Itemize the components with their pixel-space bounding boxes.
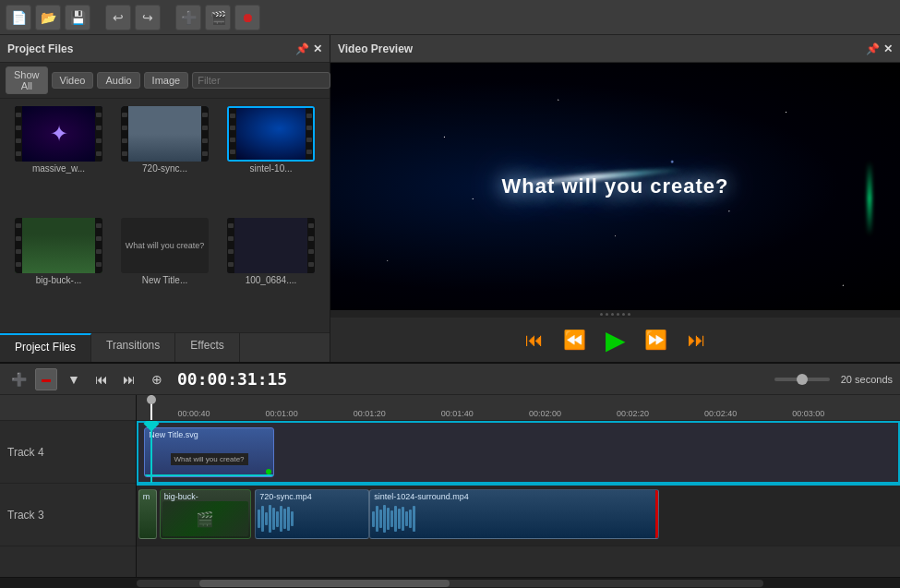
new-button[interactable]: 📄 [6,5,31,30]
file-item-newtitle[interactable]: What will you create? New Title... [114,218,216,326]
clip-title-inner: What will you create? [171,453,248,465]
file-thumb-massive [15,106,102,162]
ruler-time-300: 00:03:00 [792,409,824,418]
track3-top-border [137,484,900,486]
rewind-button[interactable]: ⏪ [560,325,590,354]
playhead-head [147,395,156,404]
file-name-100_0684: 100_0684.... [246,275,297,285]
filter-input[interactable] [192,72,330,89]
file-item-bigbuck[interactable]: big-buck-... [7,218,110,326]
file-name-newtitle: New Title... [142,275,187,285]
preview-icons: 📌 ✕ [866,42,893,55]
open-button[interactable]: 📂 [35,5,61,30]
import-button[interactable]: ➕ [175,5,201,30]
preview-close-icon[interactable]: ✕ [883,42,893,55]
left-panel: Project Files 📌 ✕ Show All Video Audio I… [0,35,330,362]
pin-icon[interactable]: 📌 [295,42,309,55]
filter-bar: Show All Video Audio Image 🧹 [0,63,330,99]
file-name-720sync: 720-sync... [142,163,187,174]
file-item-massive[interactable]: massive_w... [7,106,110,214]
save-button[interactable]: 💾 [65,5,90,30]
file-thumb-sintel [227,106,315,162]
clip-cyan-border [145,474,273,476]
resize-handle[interactable] [330,310,900,318]
clip-sintel[interactable]: sintel-1024-surround.mp4 [369,489,659,539]
project-files-icons: 📌 ✕ [295,42,322,55]
timeline: ➕ ▬ ▼ ⏮ ⏭ ⊕ 00:00:31:15 20 seconds [0,362,900,588]
jump-end-button[interactable]: ⏭ [118,368,140,390]
tab-effects[interactable]: Effects [175,333,239,362]
clip-sintel-wave [372,503,656,534]
file-name-bigbuck: big-buck-... [36,275,81,285]
file-item-100_0684[interactable]: 100_0684.... [220,218,322,326]
audio-filter-button[interactable]: Audio [97,72,139,89]
clip-new-title-preview: What will you create? [145,428,273,476]
timeline-toolbar: ➕ ▬ ▼ ⏮ ⏭ ⊕ 00:00:31:15 20 seconds [0,364,900,395]
clip-bigbuck[interactable]: big-buck- 🎬 [160,489,251,539]
clip-m-label: m [143,492,150,501]
video-filter-button[interactable]: Video [52,72,94,89]
red-end-marker [655,490,658,538]
clip-bigbuck-thumb: 🎬 [162,501,248,536]
remove-track-button[interactable]: ▬ [35,368,57,390]
close-icon[interactable]: ✕ [313,42,322,55]
clip-m[interactable]: m [138,489,158,539]
ruler-label-spacer [0,395,136,421]
show-all-button[interactable]: Show All [6,66,48,94]
export-button[interactable]: 🎬 [205,5,231,30]
clip-720sync[interactable]: 720-sync.mp4 [255,489,369,539]
film-strip-right3 [306,108,313,160]
track-3-row[interactable]: m big-buck- 🎬 [137,484,900,546]
track-4-label: Track 4 [0,421,136,484]
panels-row: Project Files 📌 ✕ Show All Video Audio I… [0,35,900,362]
track-3-label-text: Track 3 [7,509,44,522]
preview-title: Video Preview [338,42,413,55]
timeline-scrollbar-area [0,577,900,588]
file-item-720sync[interactable]: 720-sync... [114,106,216,214]
zoom-label: 20 seconds [841,374,893,385]
clip-green-dot [266,469,271,474]
preview-pin-icon[interactable]: 📌 [866,42,880,55]
film-strip-right [95,106,102,162]
filter-button[interactable]: ▼ [63,368,85,390]
clip-new-title[interactable]: New Title.svg What will you create? [144,427,274,477]
ruler-time-40: 00:00:40 [177,409,210,418]
tab-transitions[interactable]: Transitions [91,333,175,362]
timeline-body: Track 4 Track 3 00:00:40 00:01:00 00:01:… [0,395,900,577]
fast-forward-button[interactable]: ⏩ [642,325,671,354]
zoom-slider[interactable] [774,378,830,381]
file-thumb-bigbuck [15,218,102,273]
import-clip-button[interactable]: ⊕ [146,368,168,390]
project-files-header: Project Files 📌 ✕ [0,35,330,63]
file-thumb-720sync [121,106,209,162]
film-strip-left2 [121,106,128,162]
file-item-sintel[interactable]: sintel-10... [220,106,322,214]
clip-bigbuck-label: big-buck- [164,492,198,501]
project-files-title: Project Files [7,42,73,55]
video-preview-area: What will you create? [330,63,900,310]
undo-button[interactable]: ↩ [105,5,131,30]
rewind-start-button[interactable]: ⏮ [520,325,549,354]
h-scrollbar[interactable] [137,580,763,587]
add-track-button[interactable]: ➕ [7,368,30,390]
preview-text: What will you create? [502,174,729,198]
title-thumb-text: What will you create? [121,218,209,273]
clip-720sync-label: 720-sync.mp4 [259,492,312,501]
timestamp-area: 00:00:31:15 [177,369,287,389]
jump-start-button[interactable]: ⏮ [90,368,113,390]
play-button[interactable]: ▶ [601,325,630,354]
tab-project-files[interactable]: Project Files [0,333,91,362]
forward-end-button[interactable]: ⏭ [682,325,712,354]
film-strip-right2 [201,106,209,162]
ruler-playhead [150,395,152,420]
track4-playhead [150,422,152,483]
h-scroll-thumb[interactable] [199,580,450,587]
film-strip-left3 [229,108,236,160]
film-strip-left4 [15,218,22,273]
ruler-time-220: 00:02:20 [617,409,649,418]
zoom-handle[interactable] [797,374,808,385]
record-button[interactable]: ⏺ [234,5,260,30]
image-filter-button[interactable]: Image [144,72,189,89]
redo-button[interactable]: ↪ [135,5,161,30]
track-4-row[interactable]: New Title.svg What will you create? [137,421,900,484]
